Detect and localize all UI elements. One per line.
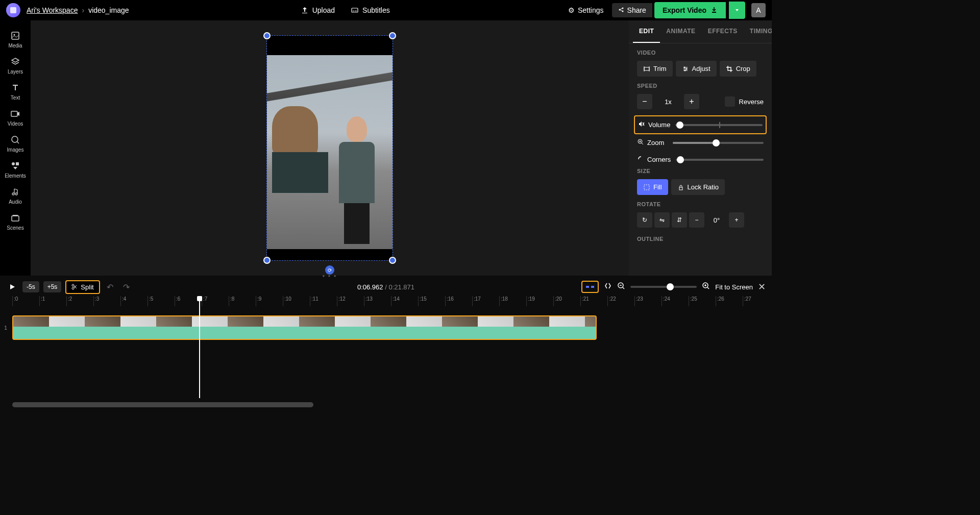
volume-slider[interactable] [675, 124, 763, 126]
skip-back-button[interactable]: -5s [22, 281, 39, 292]
ruler-tick: :4 [120, 296, 148, 306]
rotate-increase[interactable]: + [729, 212, 744, 228]
svg-rect-21 [644, 185, 649, 190]
sidebar-layers[interactable]: Layers [0, 53, 31, 79]
lock-ratio-button[interactable]: Lock Ratio [671, 179, 725, 195]
sidebar-elements-label: Elements [5, 173, 26, 179]
svg-rect-14 [12, 216, 19, 221]
svg-rect-0 [10, 7, 16, 13]
crop-button[interactable]: Crop [720, 61, 756, 77]
share-button[interactable]: Share [612, 3, 652, 17]
flip-h-button[interactable]: ⇋ [654, 212, 670, 228]
sidebar-audio[interactable]: Audio [0, 183, 31, 209]
export-button[interactable]: Export Video [654, 2, 726, 18]
adjust-label: Adjust [692, 65, 710, 72]
svg-rect-26 [591, 286, 594, 288]
redo-button[interactable]: ↷ [120, 281, 133, 293]
subtitles-button[interactable]: Subtitles [351, 6, 390, 14]
close-timeline-button[interactable]: ✕ [758, 281, 766, 292]
skip-forward-button[interactable]: +5s [43, 281, 62, 292]
resize-handle-bl[interactable] [263, 257, 271, 264]
resize-handle-br[interactable] [389, 257, 396, 264]
video-frame[interactable]: ⟳ [267, 36, 393, 260]
playhead[interactable] [199, 296, 200, 398]
sidebar-videos-label: Videos [8, 121, 23, 127]
workspace-link[interactable]: Ari's Workspace [27, 6, 78, 14]
ruler-tick: :13 [364, 296, 391, 306]
zoom-row: Zoom [637, 134, 764, 151]
track-1[interactable]: 1 [12, 315, 597, 340]
volume-mute-icon[interactable] [638, 120, 645, 129]
corners-label: Corners [647, 156, 671, 163]
sidebar-media[interactable]: Media [0, 27, 31, 53]
timeline-mode-button[interactable] [604, 282, 612, 292]
settings-label: Settings [578, 6, 604, 14]
canvas-area[interactable]: ⟳ [31, 20, 629, 276]
sidebar-scenes[interactable]: Scenes [0, 209, 31, 235]
zoom-in-button[interactable] [702, 282, 710, 292]
svg-rect-16 [644, 67, 649, 70]
size-section-label: SIZE [637, 168, 764, 174]
split-button[interactable]: Split [65, 280, 100, 294]
resize-handle-tr[interactable] [389, 32, 396, 39]
user-avatar[interactable]: A [751, 3, 766, 17]
export-label: Export Video [663, 6, 706, 14]
svg-rect-7 [712, 12, 716, 13]
sidebar-videos[interactable]: Videos [0, 105, 31, 131]
split-label: Split [81, 283, 93, 291]
elements-icon [10, 161, 20, 171]
corners-row: Corners [637, 151, 764, 168]
track-number: 1 [4, 325, 7, 331]
ruler-tick: :5 [148, 296, 175, 306]
audio-icon [10, 187, 20, 197]
app-logo[interactable] [6, 3, 20, 17]
timeline-ruler[interactable]: :0:1:2:3:4:5:6:7:8:9:10:11:12:13:14:15:1… [0, 296, 772, 306]
video-clip[interactable] [12, 315, 597, 340]
ruler-tick: :19 [526, 296, 553, 306]
svg-rect-13 [16, 162, 19, 165]
sidebar-elements[interactable]: Elements [0, 157, 31, 183]
corners-slider[interactable] [676, 159, 764, 161]
resize-handle-tl[interactable] [263, 32, 271, 39]
properties-panel: EDIT ANIMATE EFFECTS TIMING VIDEO Trim A… [629, 20, 772, 276]
upload-button[interactable]: Upload [301, 6, 335, 14]
ruler-tick: :0 [12, 296, 39, 306]
zoom-label: Zoom [647, 139, 664, 146]
zoom-out-button[interactable] [617, 282, 625, 292]
play-button[interactable] [6, 281, 18, 293]
scrollbar-thumb[interactable] [12, 402, 313, 407]
undo-button[interactable]: ↶ [104, 281, 116, 293]
tab-effects[interactable]: EFFECTS [702, 20, 744, 43]
adjust-button[interactable]: Adjust [676, 61, 717, 77]
tab-animate[interactable]: ANIMATE [660, 20, 701, 43]
zoom-slider[interactable] [673, 142, 764, 144]
sidebar-text[interactable]: Text [0, 79, 31, 105]
fill-button[interactable]: Fill [637, 179, 668, 195]
rotate-cw-button[interactable]: ↻ [637, 212, 652, 228]
fit-to-screen-button[interactable]: Fit to Screen [715, 283, 753, 291]
timeline-scrollbar[interactable] [0, 401, 772, 408]
tab-timing[interactable]: TIMING [744, 20, 772, 43]
trim-button[interactable]: Trim [637, 61, 673, 77]
settings-button[interactable]: ⚙ Settings [562, 3, 610, 17]
svg-rect-22 [679, 187, 682, 190]
speed-value: 1x [655, 98, 681, 106]
reverse-checkbox[interactable] [725, 96, 735, 107]
sidebar-scenes-label: Scenes [7, 225, 23, 231]
total-time: 0:21.871 [388, 283, 414, 291]
snap-button[interactable] [581, 281, 599, 293]
panel-drag-handle[interactable]: ● ● ● [31, 274, 629, 278]
timeline-zoom-slider[interactable] [630, 286, 697, 288]
flip-v-button[interactable]: ⇵ [672, 212, 687, 228]
outline-section-label: OUTLINE [637, 236, 764, 242]
svg-rect-15 [13, 215, 18, 216]
rotate-decrease[interactable]: − [689, 212, 704, 228]
images-icon [10, 135, 20, 145]
rotate-section-label: ROTATE [637, 201, 764, 207]
speed-increase[interactable]: + [684, 94, 699, 109]
tab-edit[interactable]: EDIT [633, 20, 660, 43]
speed-decrease[interactable]: − [637, 94, 652, 109]
timeline-tracks[interactable]: 1 [0, 306, 772, 398]
sidebar-images[interactable]: Images [0, 131, 31, 157]
export-dropdown[interactable] [729, 2, 745, 19]
